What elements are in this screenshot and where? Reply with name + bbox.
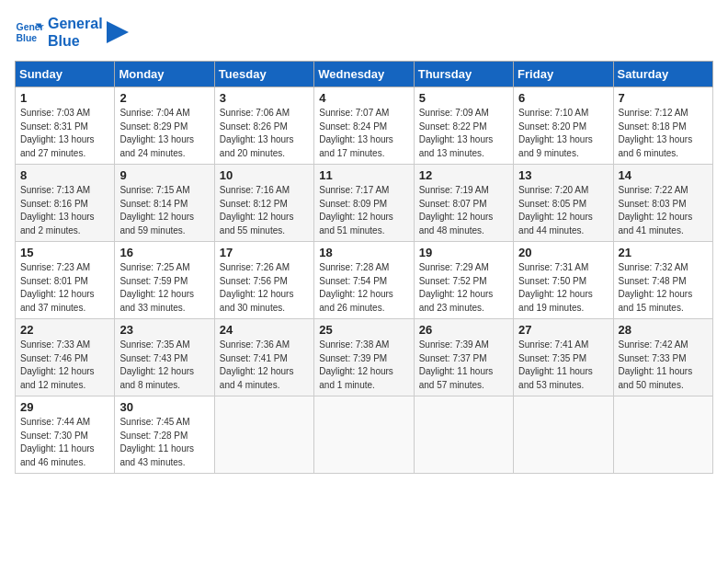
day-info: Sunrise: 7:03 AM Sunset: 8:31 PM Dayligh… <box>20 107 109 160</box>
day-number: 15 <box>20 246 109 259</box>
day-number: 14 <box>619 168 708 182</box>
header-thursday: Thursday <box>414 62 513 87</box>
day-info: Sunrise: 7:41 AM Sunset: 7:35 PM Dayligh… <box>518 339 608 392</box>
day-number: 26 <box>419 323 508 337</box>
day-cell-14: 14 Sunrise: 7:22 AM Sunset: 8:03 PM Dayl… <box>613 165 712 242</box>
week-row-4: 22 Sunrise: 7:33 AM Sunset: 7:46 PM Dayl… <box>16 319 713 396</box>
day-cell-9: 9 Sunrise: 7:15 AM Sunset: 8:14 PM Dayli… <box>115 165 214 242</box>
day-cell-22: 22 Sunrise: 7:33 AM Sunset: 7:46 PM Dayl… <box>16 319 115 396</box>
day-info: Sunrise: 7:23 AM Sunset: 8:01 PM Dayligh… <box>20 261 109 315</box>
day-number: 30 <box>119 400 209 414</box>
day-info: Sunrise: 7:17 AM Sunset: 8:09 PM Dayligh… <box>319 184 408 237</box>
day-info: Sunrise: 7:04 AM Sunset: 8:29 PM Dayligh… <box>119 107 209 160</box>
day-number: 25 <box>319 323 408 337</box>
day-cell-25: 25 Sunrise: 7:38 AM Sunset: 7:39 PM Dayl… <box>314 319 414 396</box>
empty-cell <box>314 396 414 474</box>
day-number: 16 <box>119 246 209 259</box>
day-cell-30: 30 Sunrise: 7:45 AM Sunset: 7:28 PM Dayl… <box>115 396 214 474</box>
day-info: Sunrise: 7:45 AM Sunset: 7:28 PM Dayligh… <box>119 416 209 469</box>
header-saturday: Saturday <box>613 62 712 87</box>
day-cell-20: 20 Sunrise: 7:31 AM Sunset: 7:50 PM Dayl… <box>514 242 613 319</box>
day-cell-29: 29 Sunrise: 7:44 AM Sunset: 7:30 PM Dayl… <box>16 396 115 474</box>
day-info: Sunrise: 7:16 AM Sunset: 8:12 PM Dayligh… <box>220 184 309 237</box>
day-info: Sunrise: 7:22 AM Sunset: 8:03 PM Dayligh… <box>619 184 708 237</box>
day-cell-4: 4 Sunrise: 7:07 AM Sunset: 8:24 PM Dayli… <box>314 87 414 165</box>
day-number: 3 <box>220 91 309 105</box>
day-cell-7: 7 Sunrise: 7:12 AM Sunset: 8:18 PM Dayli… <box>613 87 712 165</box>
day-number: 9 <box>119 168 209 182</box>
page-header: General Blue General Blue <box>15 15 713 50</box>
header-tuesday: Tuesday <box>214 62 313 87</box>
day-cell-18: 18 Sunrise: 7:28 AM Sunset: 7:54 PM Dayl… <box>314 242 414 319</box>
day-cell-5: 5 Sunrise: 7:09 AM Sunset: 8:22 PM Dayli… <box>414 87 513 165</box>
day-info: Sunrise: 7:13 AM Sunset: 8:16 PM Dayligh… <box>20 184 109 237</box>
day-number: 5 <box>419 91 508 105</box>
week-row-2: 8 Sunrise: 7:13 AM Sunset: 8:16 PM Dayli… <box>16 165 713 242</box>
day-number: 12 <box>419 168 508 182</box>
day-info: Sunrise: 7:06 AM Sunset: 8:26 PM Dayligh… <box>220 107 309 160</box>
logo: General Blue General Blue <box>15 15 129 50</box>
day-number: 2 <box>119 91 209 105</box>
day-number: 1 <box>20 91 109 105</box>
header-sunday: Sunday <box>16 62 115 87</box>
day-number: 13 <box>518 168 608 182</box>
day-cell-13: 13 Sunrise: 7:20 AM Sunset: 8:05 PM Dayl… <box>514 165 613 242</box>
logo-general: General <box>48 15 103 32</box>
day-cell-10: 10 Sunrise: 7:16 AM Sunset: 8:12 PM Dayl… <box>214 165 313 242</box>
svg-marker-3 <box>107 21 129 43</box>
logo-icon: General Blue <box>15 17 44 47</box>
day-number: 29 <box>20 400 109 414</box>
day-info: Sunrise: 7:10 AM Sunset: 8:20 PM Dayligh… <box>518 107 608 160</box>
empty-cell <box>214 396 313 474</box>
day-number: 17 <box>220 246 309 259</box>
day-info: Sunrise: 7:29 AM Sunset: 7:52 PM Dayligh… <box>419 261 508 315</box>
week-row-5: 29 Sunrise: 7:44 AM Sunset: 7:30 PM Dayl… <box>16 396 713 474</box>
weekday-header-row: Sunday Monday Tuesday Wednesday Thursday… <box>16 62 713 87</box>
day-cell-11: 11 Sunrise: 7:17 AM Sunset: 8:09 PM Dayl… <box>314 165 414 242</box>
day-cell-2: 2 Sunrise: 7:04 AM Sunset: 8:29 PM Dayli… <box>115 87 214 165</box>
day-cell-8: 8 Sunrise: 7:13 AM Sunset: 8:16 PM Dayli… <box>16 165 115 242</box>
day-info: Sunrise: 7:12 AM Sunset: 8:18 PM Dayligh… <box>619 107 708 160</box>
day-info: Sunrise: 7:32 AM Sunset: 7:48 PM Dayligh… <box>619 261 708 315</box>
logo-arrow-icon <box>107 21 129 43</box>
empty-cell <box>414 396 513 474</box>
day-number: 20 <box>518 246 608 259</box>
day-cell-6: 6 Sunrise: 7:10 AM Sunset: 8:20 PM Dayli… <box>514 87 613 165</box>
day-number: 23 <box>119 323 209 337</box>
day-cell-12: 12 Sunrise: 7:19 AM Sunset: 8:07 PM Dayl… <box>414 165 513 242</box>
day-info: Sunrise: 7:42 AM Sunset: 7:33 PM Dayligh… <box>619 339 708 392</box>
day-info: Sunrise: 7:33 AM Sunset: 7:46 PM Dayligh… <box>20 339 109 392</box>
day-cell-1: 1 Sunrise: 7:03 AM Sunset: 8:31 PM Dayli… <box>16 87 115 165</box>
day-number: 11 <box>319 168 408 182</box>
empty-cell <box>613 396 712 474</box>
day-info: Sunrise: 7:44 AM Sunset: 7:30 PM Dayligh… <box>20 416 109 469</box>
day-info: Sunrise: 7:36 AM Sunset: 7:41 PM Dayligh… <box>220 339 309 392</box>
day-info: Sunrise: 7:20 AM Sunset: 8:05 PM Dayligh… <box>518 184 608 237</box>
day-info: Sunrise: 7:39 AM Sunset: 7:37 PM Dayligh… <box>419 339 508 392</box>
week-row-1: 1 Sunrise: 7:03 AM Sunset: 8:31 PM Dayli… <box>16 87 713 165</box>
day-info: Sunrise: 7:38 AM Sunset: 7:39 PM Dayligh… <box>319 339 408 392</box>
day-info: Sunrise: 7:19 AM Sunset: 8:07 PM Dayligh… <box>419 184 508 237</box>
logo-blue: Blue <box>48 32 103 50</box>
day-number: 19 <box>419 246 508 259</box>
day-number: 4 <box>319 91 408 105</box>
day-cell-3: 3 Sunrise: 7:06 AM Sunset: 8:26 PM Dayli… <box>214 87 313 165</box>
day-cell-16: 16 Sunrise: 7:25 AM Sunset: 7:59 PM Dayl… <box>115 242 214 319</box>
day-cell-21: 21 Sunrise: 7:32 AM Sunset: 7:48 PM Dayl… <box>613 242 712 319</box>
empty-cell <box>514 396 613 474</box>
day-info: Sunrise: 7:25 AM Sunset: 7:59 PM Dayligh… <box>119 261 209 315</box>
header-wednesday: Wednesday <box>314 62 414 87</box>
day-info: Sunrise: 7:35 AM Sunset: 7:43 PM Dayligh… <box>119 339 209 392</box>
day-number: 28 <box>619 323 708 337</box>
day-number: 22 <box>20 323 109 337</box>
day-cell-28: 28 Sunrise: 7:42 AM Sunset: 7:33 PM Dayl… <box>613 319 712 396</box>
day-cell-17: 17 Sunrise: 7:26 AM Sunset: 7:56 PM Dayl… <box>214 242 313 319</box>
day-info: Sunrise: 7:28 AM Sunset: 7:54 PM Dayligh… <box>319 261 408 315</box>
week-row-3: 15 Sunrise: 7:23 AM Sunset: 8:01 PM Dayl… <box>16 242 713 319</box>
header-friday: Friday <box>514 62 613 87</box>
day-number: 24 <box>220 323 309 337</box>
day-number: 7 <box>619 91 708 105</box>
day-number: 8 <box>20 168 109 182</box>
day-info: Sunrise: 7:31 AM Sunset: 7:50 PM Dayligh… <box>518 261 608 315</box>
day-number: 6 <box>518 91 608 105</box>
